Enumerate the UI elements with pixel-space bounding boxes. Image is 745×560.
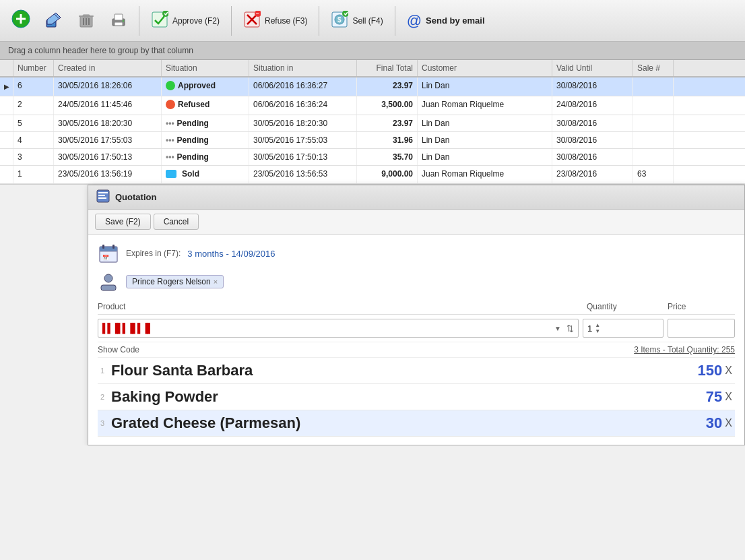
col-created[interactable]: Created in xyxy=(54,60,162,76)
row-indicator xyxy=(0,166,13,183)
cell-sale: 63 xyxy=(633,166,674,183)
svg-rect-8 xyxy=(79,15,94,17)
item-remove-icon[interactable]: X xyxy=(725,417,732,429)
cell-created: 30/05/2016 17:50:13 xyxy=(54,149,162,165)
expires-row: 📅 Expires in (F7): 3 months - 14/09/2016 xyxy=(98,243,735,264)
show-code-label[interactable]: Show Code xyxy=(98,345,139,354)
pending-dot: ••• xyxy=(166,152,174,162)
cell-customer: Juan Roman Riquelme xyxy=(418,166,552,183)
pending-dot: ••• xyxy=(166,119,174,128)
cell-created: 30/05/2016 18:26:06 xyxy=(54,77,162,96)
item-remove-icon[interactable]: X xyxy=(725,391,732,403)
table-row[interactable]: 5 30/05/2016 18:20:30 ••• Pending 30/05/… xyxy=(0,115,745,132)
cell-valid: 24/08/2016 xyxy=(552,96,633,115)
item-name: Baking Powder xyxy=(111,388,706,406)
cell-number: 1 xyxy=(13,166,54,183)
product-header: Product Quantity Price xyxy=(98,299,735,315)
product-section: Product Quantity Price ▌▌▐▌▌▐▌▌▐▌ ▼ ⇅ 1 … xyxy=(98,299,735,437)
cell-total: 9,000.00 xyxy=(357,166,418,183)
col-sale[interactable]: Sale # xyxy=(633,60,674,76)
col-valid[interactable]: Valid Until xyxy=(552,60,633,76)
svg-rect-34 xyxy=(112,245,115,249)
price-input[interactable] xyxy=(668,319,735,338)
trash-icon xyxy=(77,11,95,31)
row-indicator xyxy=(0,96,13,115)
barcode-icon: ▌▌▐▌▌▐▌▌▐▌ xyxy=(102,323,152,334)
customer-row: Prince Rogers Nelson × xyxy=(98,271,735,292)
delete-button[interactable] xyxy=(71,7,101,34)
print-button[interactable] xyxy=(104,7,133,34)
col-situation[interactable]: Situation xyxy=(162,60,249,76)
save-button[interactable]: Save (F2) xyxy=(95,214,151,230)
cell-number: 3 xyxy=(13,149,54,165)
customer-remove-button[interactable]: × xyxy=(214,278,218,286)
cell-situation: Refused xyxy=(162,96,249,115)
qty-arrows-icon[interactable]: ⇅ xyxy=(566,323,574,334)
qty-down-icon[interactable]: ▼ xyxy=(595,328,600,334)
cell-created: 23/05/2016 13:56:19 xyxy=(54,166,162,183)
cell-number: 2 xyxy=(13,96,54,115)
email-label: Send by email xyxy=(426,15,484,26)
cell-number: 4 xyxy=(13,132,54,148)
cell-valid: 23/08/2016 xyxy=(552,166,633,183)
item-number: 2 xyxy=(100,393,111,401)
customer-tag[interactable]: Prince Rogers Nelson × xyxy=(126,275,224,288)
expires-value[interactable]: 3 months - 14/09/2016 xyxy=(187,249,275,259)
print-icon xyxy=(110,11,127,31)
table-row[interactable]: 3 30/05/2016 17:50:13 ••• Pending 30/05/… xyxy=(0,149,745,166)
row-indicator: ▶ xyxy=(0,77,13,96)
table-row[interactable]: 4 30/05/2016 17:55:03 ••• Pending 30/05/… xyxy=(0,132,745,149)
sell-label: Sell (F4) xyxy=(352,16,383,26)
cell-situation: Sold xyxy=(162,166,249,183)
list-item[interactable]: 3 Grated Cheese (Parmesan) 30 X xyxy=(98,410,735,437)
items-total: 3 Items - Total Quantity: 255 xyxy=(634,345,735,354)
sell-button[interactable]: $ Sell (F4) xyxy=(325,7,389,34)
col-situation-in[interactable]: Situation in xyxy=(249,60,357,76)
col-total[interactable]: Final Total xyxy=(357,60,418,76)
sell-icon: $ xyxy=(331,11,348,30)
cell-total: 23.97 xyxy=(357,115,418,131)
cell-situation-in: 06/06/2016 16:36:24 xyxy=(249,96,357,115)
main-grid: Number Created in Situation Situation in… xyxy=(0,60,745,185)
separator-2 xyxy=(231,6,232,36)
price-label: Price xyxy=(668,302,735,311)
qty-up-icon[interactable]: ▲ xyxy=(595,322,600,328)
email-button[interactable]: @ Send by email xyxy=(401,9,491,33)
table-row[interactable]: ▶ 6 30/05/2016 18:26:06 Approved 06/06/2… xyxy=(0,77,745,96)
svg-rect-29 xyxy=(98,195,105,196)
refuse-button[interactable]: − Refuse (F3) xyxy=(237,7,313,34)
table-row[interactable]: 1 23/05/2016 13:56:19 Sold 23/05/2016 13… xyxy=(0,166,745,184)
add-button[interactable] xyxy=(5,6,36,35)
quantity-input[interactable]: 1 ▲ ▼ xyxy=(583,319,663,338)
col-number[interactable]: Number xyxy=(13,60,54,76)
col-customer[interactable]: Customer xyxy=(418,60,552,76)
cell-sale xyxy=(633,132,674,148)
cell-valid: 30/08/2016 xyxy=(552,149,633,165)
edit-button[interactable] xyxy=(39,7,69,34)
svg-text:−: − xyxy=(256,11,259,17)
product-select[interactable]: ▌▌▐▌▌▐▌▌▐▌ ▼ ⇅ xyxy=(98,319,579,338)
cell-total: 3,500.00 xyxy=(357,96,418,115)
item-quantity: 75 xyxy=(706,388,722,406)
separator-1 xyxy=(139,6,139,36)
cell-situation-in: 06/06/2016 16:36:27 xyxy=(249,77,357,96)
cell-total: 35.70 xyxy=(357,149,418,165)
list-item[interactable]: 2 Baking Powder 75 X xyxy=(98,384,735,410)
edit-icon xyxy=(45,11,63,31)
svg-rect-14 xyxy=(115,22,123,26)
cell-situation-in: 23/05/2016 13:56:53 xyxy=(249,166,357,183)
cell-valid: 30/08/2016 xyxy=(552,77,633,96)
svg-point-37 xyxy=(104,274,112,282)
customer-icon xyxy=(98,271,119,292)
list-item[interactable]: 1 Flour Santa Barbara 150 X xyxy=(98,358,735,384)
cancel-button[interactable]: Cancel xyxy=(154,214,199,230)
quantity-stepper[interactable]: ▲ ▼ xyxy=(595,322,600,334)
cell-customer: Lin Dan xyxy=(418,132,552,148)
approve-button[interactable]: Approve (F2) xyxy=(145,7,226,34)
toolbar: Approve (F2) − Refuse (F3) $ Sell (F4) @… xyxy=(0,0,745,42)
item-remove-icon[interactable]: X xyxy=(725,365,732,377)
cell-customer: Lin Dan xyxy=(418,149,552,165)
cell-situation: Approved xyxy=(162,77,249,96)
table-row[interactable]: 2 24/05/2016 11:45:46 Refused 06/06/2016… xyxy=(0,96,745,115)
item-number: 1 xyxy=(100,367,111,375)
